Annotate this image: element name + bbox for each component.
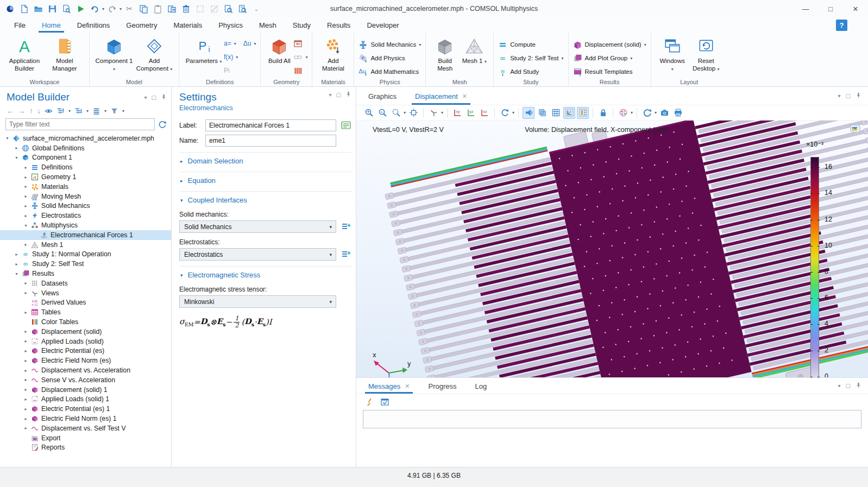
messages-tab-progress[interactable]: Progress xyxy=(428,378,456,394)
collapse-all-icon[interactable] xyxy=(74,107,83,115)
show-grid-icon[interactable] xyxy=(550,107,562,119)
panel-float-icon[interactable]: ▢ xyxy=(336,92,341,98)
name-input[interactable] xyxy=(205,135,336,147)
expand-arrow-icon[interactable]: ▸ xyxy=(22,175,30,180)
expand-arrow-icon[interactable]: ▸ xyxy=(22,358,30,363)
help-button[interactable]: ? xyxy=(836,20,847,31)
refresh-icon[interactable] xyxy=(158,120,167,129)
compute-button[interactable]: Compute xyxy=(498,39,563,50)
collapse-arrow-icon[interactable]: ▾ xyxy=(12,271,21,276)
tab-close-icon[interactable]: ✕ xyxy=(462,93,467,100)
expand-arrow-icon[interactable]: ▸ xyxy=(22,213,30,218)
menu-item-mesh[interactable]: Mesh xyxy=(258,20,278,31)
menu-item-geometry[interactable]: Geometry xyxy=(125,20,158,31)
expand-arrow-icon[interactable]: ▸ xyxy=(22,407,30,412)
tree-item[interactable]: ▸Electric Field Norm (es) xyxy=(0,356,171,365)
tree-item[interactable]: ▸*Applied Loads (solid) xyxy=(0,337,171,346)
lock-icon[interactable] xyxy=(597,107,609,119)
clear-messages-broom-icon[interactable] xyxy=(364,396,375,407)
transparency-icon[interactable] xyxy=(536,107,548,119)
nonlocal-couplings-button[interactable]: Δu xyxy=(243,40,251,47)
tree-item[interactable]: ▸Sense V vs. Acceleration xyxy=(0,375,171,385)
panel-pin-icon[interactable] xyxy=(856,382,861,389)
panel-menu-chevron[interactable]: ▾ xyxy=(329,92,332,98)
expand-arrow-icon[interactable]: ▸ xyxy=(22,387,30,392)
run-button[interactable] xyxy=(74,2,87,15)
messages-output-box[interactable] xyxy=(363,410,861,428)
tree-item[interactable]: ▸Moving Mesh xyxy=(0,192,171,201)
menu-item-results[interactable]: Results xyxy=(326,20,351,31)
zoom-in-icon[interactable]: + xyxy=(363,107,375,119)
messages-tab-log[interactable]: Log xyxy=(475,378,487,394)
zoom-out-icon[interactable]: − xyxy=(376,107,388,119)
tree-item[interactable]: ▸Electric Potential (es) 1 xyxy=(0,404,171,414)
panel-pin-icon[interactable] xyxy=(856,92,861,99)
view-xz-icon[interactable]: xz xyxy=(479,107,490,119)
displacement-solid-menu[interactable]: Displacement (solid)▾ xyxy=(573,39,646,50)
tree-item[interactable]: ▸Definitions xyxy=(0,162,171,172)
cut-button[interactable]: ✂ xyxy=(123,2,136,15)
electrostatics-select[interactable]: Electrostatics xyxy=(179,248,336,261)
paste-button[interactable] xyxy=(151,2,164,15)
zoom-extents-icon[interactable] xyxy=(407,107,419,119)
plot-settings-icon[interactable] xyxy=(563,107,575,119)
condense-icon[interactable] xyxy=(92,107,100,115)
tree-item[interactable]: ▾surface_micromachined_accelerometer.mph xyxy=(0,134,171,143)
menu-item-study[interactable]: Study xyxy=(292,20,312,31)
show-eye-icon[interactable] xyxy=(45,107,53,115)
go-to-view-icon[interactable] xyxy=(427,107,439,119)
section-coupled-interfaces[interactable]: ▾ Coupled Interfaces xyxy=(179,191,351,205)
move-up-icon[interactable]: ↑ xyxy=(29,106,33,115)
menu-item-home[interactable]: Home xyxy=(41,20,62,31)
expand-arrow-icon[interactable]: ▸ xyxy=(12,262,21,267)
new-file-button[interactable] xyxy=(17,2,30,15)
rename-note-icon[interactable] xyxy=(341,120,351,131)
tab-close-icon[interactable]: ✕ xyxy=(405,383,410,390)
stress-tensor-select[interactable]: Minkowski xyxy=(179,295,336,308)
maximize-button[interactable]: □ xyxy=(818,0,843,17)
add-interface-icon[interactable] xyxy=(341,249,351,260)
message-window-icon[interactable] xyxy=(379,396,390,407)
tree-item[interactable]: ▸Electric Field Norm (es) 1 xyxy=(0,414,171,423)
expand-arrow-icon[interactable]: ▸ xyxy=(22,281,30,286)
expand-arrow-icon[interactable]: ▸ xyxy=(22,397,30,402)
tree-item[interactable]: ▸Global Definitions xyxy=(0,143,171,153)
tree-item[interactable]: ▸Solid Mechanics xyxy=(0,201,171,211)
tree-item[interactable]: ▸Datasets xyxy=(0,279,171,288)
panel-menu-chevron[interactable]: ▾ xyxy=(838,383,841,389)
panel-menu-chevron[interactable]: ▾ xyxy=(838,93,841,99)
import-geometry-icon[interactable] xyxy=(293,39,303,48)
section-electromagnetic-stress[interactable]: ▾ Electromagnetic Stress xyxy=(179,266,351,280)
tree-item[interactable]: ▸Displacement vs. Self Test V xyxy=(0,423,171,433)
tree-item[interactable]: ▸Materials xyxy=(0,182,171,192)
tree-item[interactable]: 8.85e-12Derived Values xyxy=(0,298,171,308)
copy-button[interactable] xyxy=(137,2,150,15)
expand-arrow-icon[interactable]: ▸ xyxy=(22,339,30,344)
add-material-button[interactable]: Add Material xyxy=(317,35,349,73)
add-physics-button[interactable]: Add Physics xyxy=(358,52,421,64)
build-mesh-button[interactable]: Build Mesh xyxy=(430,35,460,73)
add-mathematics-button[interactable]: Δu Add Mathematics xyxy=(358,66,421,78)
expand-arrow-icon[interactable]: ▸ xyxy=(22,242,30,247)
add-component-button[interactable]: Add Component ▾ xyxy=(134,35,174,73)
add-study-button[interactable]: ∞ Add Study xyxy=(498,66,563,78)
tree-item[interactable]: ▸*Applied Loads (solid) 1 xyxy=(0,395,171,404)
customize-toolbar-chevron[interactable]: ⌄ xyxy=(250,2,263,15)
find-button[interactable] xyxy=(222,2,235,15)
tree-item[interactable]: ▸Tables xyxy=(0,307,171,317)
expand-arrow-icon[interactable]: ▸ xyxy=(22,416,30,421)
expand-arrow-icon[interactable]: ▸ xyxy=(12,146,21,150)
tree-item[interactable]: Electromechanical Forces 1 xyxy=(0,230,171,240)
zoom-box-icon[interactable] xyxy=(390,107,402,119)
application-builder-button[interactable]: A Application Builder xyxy=(4,35,45,73)
panel-float-icon[interactable]: ▢ xyxy=(846,93,851,99)
messages-tab-messages[interactable]: Messages✕ xyxy=(368,378,410,394)
expand-all-icon[interactable] xyxy=(56,107,65,115)
panel-pin-icon[interactable] xyxy=(345,91,351,98)
panel-float-icon[interactable]: ▢ xyxy=(152,94,156,100)
expand-arrow-icon[interactable]: ▸ xyxy=(22,368,30,373)
menu-item-file[interactable]: File xyxy=(13,20,27,31)
expand-arrow-icon[interactable]: ▸ xyxy=(22,329,30,334)
expand-arrow-icon[interactable]: ▸ xyxy=(22,426,30,431)
reset-desktop-button[interactable]: Reset Desktop ▾ xyxy=(689,35,723,73)
